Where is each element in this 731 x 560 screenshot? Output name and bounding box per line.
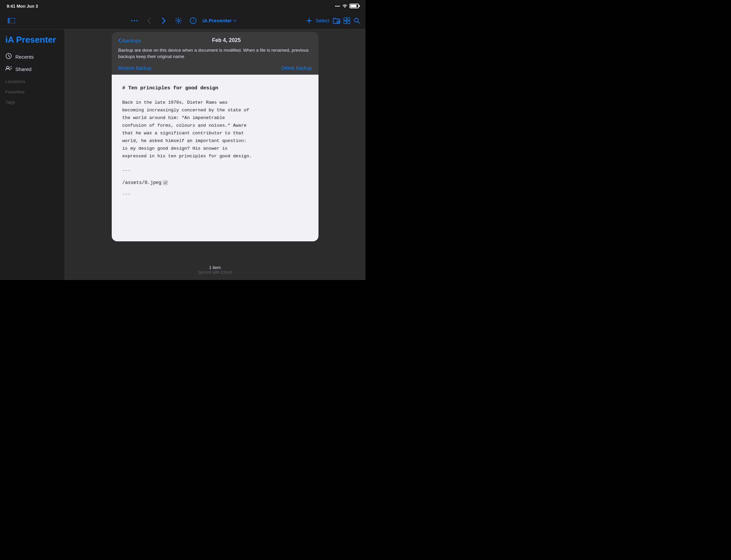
backup-panel: Backups Feb 4, 2025 Backup are done on t…	[64, 29, 366, 280]
select-button[interactable]: Select	[315, 18, 329, 23]
item-count: 1 item	[198, 265, 232, 270]
svg-point-18	[10, 66, 12, 68]
settings-button[interactable]	[173, 15, 184, 26]
sidebar-app-title: iA Presenter	[0, 35, 64, 50]
svg-point-6	[136, 20, 138, 21]
doc-preview: # Ten principles for good design Back in…	[112, 75, 318, 241]
svg-text:?: ?	[192, 19, 194, 23]
main-layout: iA Presenter Recents Shared Loc	[0, 29, 366, 280]
toolbar-center: ? iA Presenter	[129, 15, 236, 26]
doc-separator-2: ---	[122, 191, 308, 199]
signal-icon: ▪▪▪▪	[335, 4, 340, 8]
svg-rect-3	[8, 18, 10, 23]
status-time: 9:41 Mon Jun 3	[7, 4, 38, 9]
status-icons: ▪▪▪▪	[335, 4, 359, 9]
sync-status: Synced with iCloud	[198, 270, 232, 275]
backup-date: Feb 4, 2025	[141, 37, 311, 43]
back-nav-button[interactable]	[144, 15, 154, 26]
svg-rect-11	[344, 18, 346, 20]
svg-point-5	[134, 20, 135, 21]
sidebar-tags-header: Tags	[0, 96, 64, 106]
backup-actions: Restore Backup Delete Backup	[118, 64, 312, 71]
backup-back-label: Backups	[122, 38, 141, 43]
content-status: 1 item Synced with iCloud	[198, 265, 232, 275]
sidebar-item-shared[interactable]: Shared	[0, 63, 64, 75]
doc-content: # Ten principles for good design Back in…	[122, 84, 308, 199]
svg-point-17	[6, 66, 9, 69]
add-button[interactable]	[306, 18, 312, 24]
folder-add-button[interactable]	[333, 18, 340, 24]
more-options-button[interactable]	[129, 15, 140, 26]
doc-asset-path: /assets/0.jpeg	[122, 179, 162, 187]
backup-header: Backups Feb 4, 2025 Backup are done on t…	[112, 32, 318, 75]
svg-point-7	[177, 20, 179, 22]
doc-body: Back in the late 1970s, Dieter Rams was …	[122, 99, 308, 160]
asset-badge	[163, 180, 168, 185]
sidebar: iA Presenter Recents Shared Loc	[0, 29, 64, 280]
svg-rect-12	[347, 18, 350, 20]
svg-point-4	[131, 20, 132, 21]
backup-description: Backup are done on this device when a do…	[118, 47, 312, 60]
sidebar-toggle-button[interactable]	[5, 15, 17, 27]
toolbar: ? iA Presenter Select	[0, 12, 366, 29]
restore-backup-button[interactable]: Restore Backup	[118, 65, 152, 71]
shared-icon	[5, 66, 12, 72]
sidebar-shared-label: Shared	[15, 66, 31, 72]
doc-heading: # Ten principles for good design	[122, 84, 308, 93]
help-button[interactable]: ?	[188, 15, 198, 26]
battery-icon	[349, 4, 359, 8]
wifi-icon	[342, 4, 347, 9]
backup-back-button[interactable]: Backups	[118, 38, 141, 43]
sidebar-locations-header: Locations	[0, 75, 64, 85]
app-title-button[interactable]: iA Presenter	[202, 18, 236, 23]
status-bar: 9:41 Mon Jun 3 ▪▪▪▪	[0, 0, 366, 12]
backup-card: Backups Feb 4, 2025 Backup are done on t…	[112, 32, 318, 241]
backup-header-top: Backups Feb 4, 2025	[118, 37, 312, 43]
content-area: Backups Feb 4, 2025 Backup are done on t…	[64, 29, 366, 280]
recents-icon	[5, 53, 12, 60]
toolbar-right: Select	[306, 17, 360, 24]
forward-nav-button[interactable]	[158, 15, 169, 26]
grid-view-button[interactable]	[343, 17, 350, 24]
svg-rect-13	[344, 21, 346, 24]
delete-backup-button[interactable]: Delete Backup	[281, 65, 311, 71]
svg-rect-14	[347, 21, 350, 24]
doc-separator-1: ---	[122, 167, 308, 175]
sidebar-item-recents[interactable]: Recents	[0, 50, 64, 63]
search-button[interactable]	[353, 17, 360, 24]
doc-asset: /assets/0.jpeg	[122, 179, 308, 187]
sidebar-recents-label: Recents	[15, 54, 34, 60]
sidebar-favorites-header: Favorites	[0, 85, 64, 96]
toolbar-app-title: iA Presenter	[202, 18, 232, 23]
